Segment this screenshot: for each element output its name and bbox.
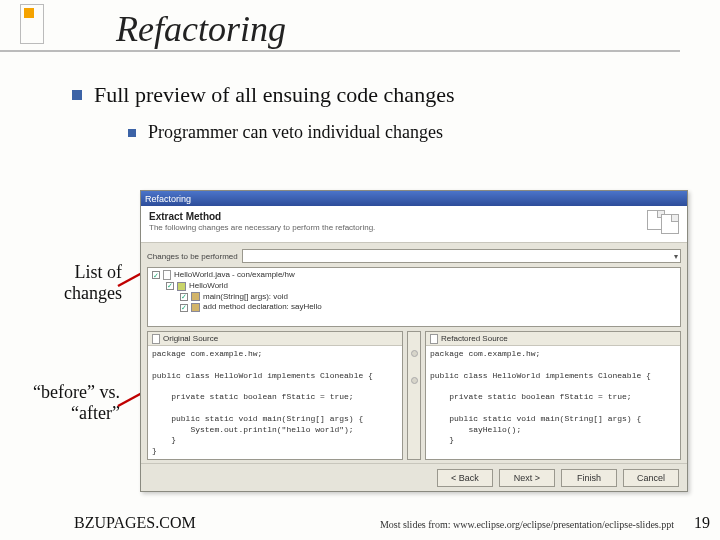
dialog-titlebar[interactable]: Refactoring	[141, 191, 687, 206]
next-button[interactable]: Next >	[499, 469, 555, 487]
back-button[interactable]: < Back	[437, 469, 493, 487]
class-icon	[177, 282, 186, 291]
file-icon	[163, 270, 171, 280]
changes-label: Changes to be performed	[147, 252, 238, 261]
checkbox-icon[interactable]: ✓	[180, 293, 188, 301]
file-combo[interactable]	[242, 249, 681, 263]
code-before[interactable]: package com.example.hw; public class Hel…	[148, 346, 402, 459]
dialog-header-subtitle: The following changes are necessary to p…	[149, 223, 375, 233]
footer-left: BZUPAGES.COM	[74, 514, 196, 532]
tree-item[interactable]: HelloWorld.java - con/example/hw	[174, 270, 295, 281]
cancel-button[interactable]: Cancel	[623, 469, 679, 487]
tree-item[interactable]: add method declaration: sayHello	[203, 302, 322, 313]
callout-diff: “before” vs. “after”	[0, 382, 120, 423]
pane-header: Refactored Source	[441, 334, 508, 343]
method-icon	[191, 303, 200, 312]
tree-item[interactable]: HelloWorld	[189, 281, 228, 292]
refactored-source-pane: Refactored Source package com.example.hw…	[425, 331, 681, 460]
changes-tree[interactable]: ✓HelloWorld.java - con/example/hw ✓Hello…	[147, 267, 681, 327]
refactoring-dialog: Refactoring Extract Method The following…	[140, 190, 688, 492]
file-icon	[152, 334, 160, 344]
bullet-icon	[72, 90, 82, 100]
tree-item[interactable]: main(String[] args): void	[203, 292, 288, 303]
diff-link-icon	[411, 377, 418, 384]
dialog-window-title: Refactoring	[145, 194, 191, 204]
file-icon	[430, 334, 438, 344]
pane-header: Original Source	[163, 334, 218, 343]
bullet-icon	[128, 129, 136, 137]
original-source-pane: Original Source package com.example.hw; …	[147, 331, 403, 460]
bullet-main: Full preview of all ensuing code changes	[94, 82, 454, 108]
page-number: 19	[694, 514, 710, 532]
checkbox-icon[interactable]: ✓	[166, 282, 174, 290]
document-icon	[661, 214, 679, 234]
slide-title: Refactoring	[116, 8, 286, 50]
method-icon	[191, 292, 200, 301]
callout-list: List of changes	[30, 262, 122, 303]
checkbox-icon[interactable]: ✓	[152, 271, 160, 279]
dialog-header-title: Extract Method	[149, 210, 375, 223]
footer-right: Most slides from: www.eclipse.org/eclips…	[380, 519, 674, 530]
title-accent-icon	[20, 4, 44, 44]
checkbox-icon[interactable]: ✓	[180, 304, 188, 312]
title-underline	[0, 50, 680, 52]
diff-link-icon	[411, 350, 418, 357]
code-after[interactable]: package com.example.hw; public class Hel…	[426, 346, 680, 459]
finish-button[interactable]: Finish	[561, 469, 617, 487]
bullet-sub: Programmer can veto individual changes	[148, 122, 443, 143]
diff-gutter	[407, 331, 421, 460]
